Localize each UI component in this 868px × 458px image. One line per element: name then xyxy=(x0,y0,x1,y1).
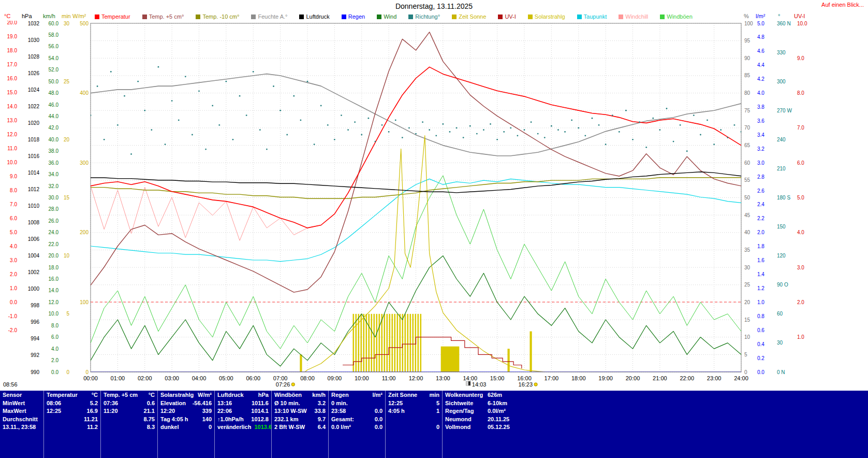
legend-item-temperatur[interactable]: Temperatur xyxy=(95,13,130,20)
svg-text:3.0: 3.0 xyxy=(10,257,17,263)
legend-item-feuchte-a[interactable]: Feuchte A.° xyxy=(251,13,287,20)
cell-label: ↑1.0hPa/h xyxy=(217,416,244,424)
cell-label: 23:58 xyxy=(331,407,346,416)
svg-text:09:00: 09:00 xyxy=(328,375,342,381)
legend-item-richtung[interactable]: Richtung° xyxy=(408,13,440,20)
svg-text:5.0: 5.0 xyxy=(757,21,764,26)
legend-item-windb-en[interactable]: Windböen xyxy=(660,13,693,20)
table-col-solarstrahlg: SolarstrahlgW/m²Elevation-56.41612:20339… xyxy=(158,391,215,458)
svg-text:18.0: 18.0 xyxy=(49,265,59,270)
info-row: Sichtweite6-10km xyxy=(443,399,868,408)
column-title: Regen xyxy=(331,391,349,399)
svg-text:20: 20 xyxy=(64,137,70,142)
svg-text:14:00: 14:00 xyxy=(463,375,477,381)
svg-text:18.0: 18.0 xyxy=(7,48,18,53)
svg-text:08:00: 08:00 xyxy=(300,375,315,381)
svg-text:1.0: 1.0 xyxy=(10,285,17,291)
svg-text:52.0: 52.0 xyxy=(49,67,59,73)
svg-text:11.0: 11.0 xyxy=(7,146,17,151)
info-row: Regen/Tag0.0l/m² xyxy=(443,407,868,416)
svg-text:1022: 1022 xyxy=(28,104,40,109)
info-label: Regen/Tag xyxy=(445,407,488,416)
info-row: Vollmond05.12.25 xyxy=(443,423,868,432)
svg-text:30: 30 xyxy=(64,21,70,26)
svg-text:4.4: 4.4 xyxy=(757,62,764,68)
table-row: Tag 4:05 h140 xyxy=(158,416,214,424)
table-row: Ø 10 min.3.2 xyxy=(272,399,328,408)
table-header-row: Windböenkm/h xyxy=(272,391,328,399)
table-row: 0 min. xyxy=(329,399,385,408)
svg-text:2.0: 2.0 xyxy=(757,230,764,235)
svg-text:19:00: 19:00 xyxy=(598,375,613,381)
cell-value: 6.4 xyxy=(318,423,326,432)
svg-text:38.0: 38.0 xyxy=(49,148,59,154)
svg-text:0: 0 xyxy=(85,369,89,375)
svg-text:02:00: 02:00 xyxy=(138,375,152,381)
svg-text:24:00: 24:00 xyxy=(734,375,748,381)
cell-label: 13:16 xyxy=(217,399,232,408)
cell-value: 1 xyxy=(436,407,439,416)
legend-swatch-icon xyxy=(142,15,147,19)
legend-item-solarstrahlg[interactable]: Solarstrahlg xyxy=(528,13,565,20)
svg-text:60: 60 xyxy=(777,311,783,317)
svg-text:330: 330 xyxy=(777,50,786,55)
legend-item-zeit-sonne[interactable]: Zeit Sonne xyxy=(452,13,486,20)
column-title: Temperatur xyxy=(47,391,78,399)
svg-text:90: 90 xyxy=(744,55,751,61)
column-title: Luftdruck xyxy=(217,391,244,399)
weather-chart: 20.019.018.017.016.015.014.013.012.011.0… xyxy=(0,21,868,390)
legend-item-regen[interactable]: Regen xyxy=(342,13,365,20)
svg-text:1026: 1026 xyxy=(28,70,40,76)
svg-text:30: 30 xyxy=(744,265,751,270)
svg-text:360 N: 360 N xyxy=(777,21,791,26)
svg-text:20.0: 20.0 xyxy=(49,253,59,259)
svg-text:3.6: 3.6 xyxy=(757,118,764,124)
svg-text:4.0: 4.0 xyxy=(10,244,17,249)
svg-text:0.0: 0.0 xyxy=(757,369,764,375)
table-row: 232.1 km9.7 xyxy=(272,416,328,424)
svg-text:3.8: 3.8 xyxy=(757,104,764,110)
svg-text:70: 70 xyxy=(744,125,751,131)
glance-link[interactable]: Auf einen Blick... xyxy=(821,2,864,8)
legend-item-temp-10-cm[interactable]: Temp. -10 cm° xyxy=(196,13,239,20)
svg-text:0.0: 0.0 xyxy=(10,299,17,305)
table-row: 4:05 h1 xyxy=(386,407,442,416)
svg-text:8.0: 8.0 xyxy=(10,188,17,193)
legend-item-wind[interactable]: Wind xyxy=(377,13,396,20)
legend-item-label: Temperatur xyxy=(101,13,130,20)
cell-value: 0.6 xyxy=(147,399,155,408)
svg-text:15: 15 xyxy=(744,317,751,323)
svg-text:2.6: 2.6 xyxy=(757,188,764,194)
svg-text:1.4: 1.4 xyxy=(757,271,764,277)
legend-item-temp-5-cm[interactable]: Temp. +5 cm° xyxy=(142,13,184,20)
cell-value: 1013.6 xyxy=(254,423,271,432)
svg-text:4.0: 4.0 xyxy=(757,90,764,96)
title-bar: Donnerstag, 13.11.2025 Auf einen Blick..… xyxy=(0,0,868,12)
svg-text:1006: 1006 xyxy=(28,236,40,242)
axis-ticks-kmh: 60.058.056.054.052.050.048.046.044.042.0… xyxy=(49,21,59,375)
legend-item-label: Windchill xyxy=(625,13,648,20)
svg-text:5.0: 5.0 xyxy=(797,195,804,201)
axis-ticks-hpa: 1032103010281026102410221020101810161014… xyxy=(28,21,40,375)
svg-text:07:00: 07:00 xyxy=(273,375,288,381)
cell-label: Gesamt: xyxy=(331,416,354,424)
svg-text:3.4: 3.4 xyxy=(757,132,764,138)
svg-text:6.0: 6.0 xyxy=(51,334,58,340)
legend-item-windchill[interactable]: Windchill xyxy=(619,13,648,20)
legend-item-taupunkt[interactable]: Taupunkt xyxy=(577,13,607,20)
info-label: Wolkenunterg xyxy=(445,391,488,399)
svg-text:5: 5 xyxy=(66,311,69,317)
table-row: 8.75 xyxy=(101,416,157,424)
svg-text:1004: 1004 xyxy=(28,253,40,259)
svg-text:55: 55 xyxy=(744,177,751,183)
svg-text:22.0: 22.0 xyxy=(49,241,59,247)
column-unit: min xyxy=(429,391,439,399)
row-label: 13.11., 23:58 xyxy=(3,423,36,432)
legend-item-uv-i[interactable]: UV-I xyxy=(498,13,516,20)
legend-item-luftdruck[interactable]: Luftdruck xyxy=(299,13,329,20)
info-value: 6-10km xyxy=(488,399,507,408)
table-row: 22:061014.1 xyxy=(215,407,271,416)
marker-08-56: 08:56 xyxy=(3,381,18,388)
cell-value: 0.0 xyxy=(375,407,382,416)
legend-item-label: Richtung° xyxy=(415,13,440,20)
